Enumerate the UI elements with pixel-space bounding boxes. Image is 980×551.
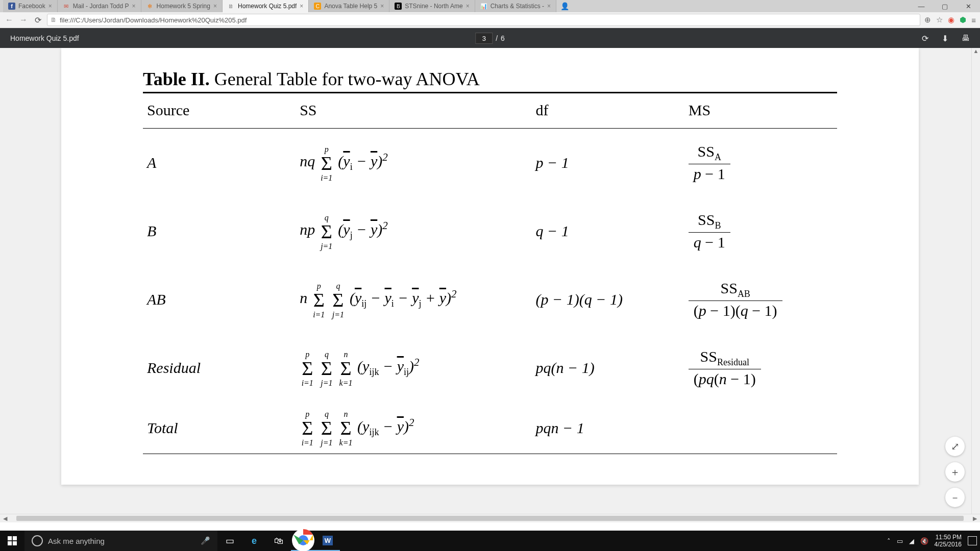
tray-volume-icon[interactable]: 🔇 (920, 537, 928, 545)
favicon-file: 🗎 (228, 3, 235, 10)
taskbar-store[interactable]: 🛍 (266, 531, 291, 551)
favicon-hw5: ✻ (146, 3, 154, 10)
table-title: Table II. General Table for two-way ANOV… (143, 68, 837, 93)
cell-ms: SSAp − 1 (684, 129, 837, 197)
close-icon[interactable]: × (48, 3, 52, 10)
chrome-menu-icon[interactable]: ≡ (971, 16, 976, 24)
chrome-icon (291, 528, 315, 551)
tab-title: Homework 5 Spring (157, 3, 210, 10)
forward-button[interactable]: → (18, 15, 29, 24)
cell-ms: SSBq − 1 (684, 197, 837, 265)
pdf-zoom-out-button[interactable]: － (945, 488, 965, 507)
favicon-chegg: C (314, 3, 321, 10)
window-maximize-button[interactable]: ▢ (933, 0, 957, 12)
tab-title: STSnine - North Ame (405, 3, 462, 10)
scroll-left-icon[interactable]: ◀ (1, 515, 9, 522)
extension-icon-1[interactable]: ◉ (948, 15, 954, 24)
start-button[interactable] (0, 531, 24, 551)
horizontal-scrollbar[interactable]: ◀ ▶ (0, 514, 980, 522)
tab-facebook[interactable]: f Facebook × (3, 0, 58, 12)
close-icon[interactable]: × (132, 3, 136, 10)
cell-ss: Σpi=1 Σqj=1 Σnk=1 (yijk − yij)2 (296, 334, 531, 402)
cell-source: B (143, 197, 296, 265)
cell-ss: n Σpi=1 Σqj=1 (yij − yi − yj + y)2 (296, 265, 531, 334)
url-text: file:///C:/Users/Jordan/Downloads/Homewo… (60, 16, 247, 24)
cell-df: q − 1 (532, 197, 684, 265)
table-row: B np Σqj=1 (yj − y)2 q − 1 SSBq − 1 (143, 197, 837, 265)
tab-title: Charts & Statistics - (491, 3, 544, 10)
pdf-page-sep: / (494, 34, 500, 42)
system-tray: ˄ ▭ ◢ 🔇 11:50 PM 4/25/2016 (887, 534, 980, 548)
clock-date: 4/25/2016 (935, 541, 962, 548)
tab-stsnine[interactable]: B STSnine - North Ame × (389, 0, 475, 12)
pdf-page: Table II. General Table for two-way ANOV… (61, 48, 919, 485)
cell-ss: Σpi=1 Σqj=1 Σnk=1 (yijk − y)2 (296, 402, 531, 454)
taskbar-edge[interactable]: e (242, 531, 266, 551)
pdf-rotate-button[interactable]: ⟳ (922, 34, 928, 43)
close-icon[interactable]: × (547, 3, 551, 10)
zoom-indicator-icon[interactable]: ⊕ (924, 15, 931, 24)
tab-anova[interactable]: C Anova Table Help 5 × (309, 0, 389, 12)
tab-title: Mail - Jordan Todd P (73, 3, 129, 10)
tab-charts[interactable]: 📊 Charts & Statistics - × (475, 0, 556, 12)
cell-ms: SSAB(p − 1)(q − 1) (684, 265, 837, 334)
table-row: AB n Σpi=1 Σqj=1 (yij − yi − yj + y)2 (p… (143, 265, 837, 334)
tray-chevron-icon[interactable]: ˄ (887, 537, 891, 545)
cortana-icon (32, 535, 43, 546)
reload-button[interactable]: ⟳ (33, 15, 43, 25)
taskbar-word[interactable]: W (315, 531, 340, 551)
search-placeholder: Ask me anything (48, 537, 105, 545)
tray-wifi-icon[interactable]: ◢ (909, 537, 914, 545)
back-button[interactable]: ← (4, 15, 14, 24)
cell-ms: SSResidual(pq(n − 1) (684, 334, 837, 402)
pdf-page-input[interactable] (475, 33, 493, 44)
vertical-scrollbar[interactable]: ▲ (971, 48, 980, 514)
svg-rect-1 (13, 536, 17, 540)
pdf-viewport[interactable]: Table II. General Table for two-way ANOV… (0, 48, 980, 522)
pdf-pager: / 6 (475, 33, 504, 44)
scroll-right-icon[interactable]: ▶ (971, 515, 979, 522)
th-df: df (532, 94, 684, 129)
th-ms: MS (684, 94, 837, 129)
browser-address-bar: ← → ⟳ 🗎 file:///C:/Users/Jordan/Download… (0, 12, 980, 28)
browser-user-button[interactable]: 👤 (556, 0, 573, 12)
bookmark-icon[interactable]: ☆ (936, 15, 943, 24)
table-row: A nq Σpi=1 (yi − y)2 p − 1 SSAp − 1 (143, 129, 837, 197)
pdf-download-button[interactable]: ⬇ (942, 34, 948, 43)
mic-icon[interactable]: 🎤 (201, 536, 210, 545)
cell-ss: np Σqj=1 (yj − y)2 (296, 197, 531, 265)
tab-title: Homework Quiz 5.pdf (238, 3, 297, 10)
tab-mail[interactable]: ✉ Mail - Jordan Todd P × (58, 0, 141, 12)
close-icon[interactable]: × (380, 3, 384, 10)
cell-df: p − 1 (532, 129, 684, 197)
window-minimize-button[interactable]: ― (910, 0, 933, 12)
pdf-total-pages: 6 (501, 34, 505, 42)
window-close-button[interactable]: ✕ (957, 0, 980, 12)
cell-source: Residual (143, 334, 296, 402)
extension-icon-2[interactable]: ⬢ (960, 15, 966, 24)
cell-source: A (143, 129, 296, 197)
pdf-print-button[interactable]: 🖶 (962, 34, 970, 43)
url-input[interactable]: 🗎 file:///C:/Users/Jordan/Downloads/Home… (47, 14, 920, 26)
cortana-search[interactable]: Ask me anything 🎤 (24, 531, 217, 551)
scrollbar-thumb[interactable] (16, 516, 964, 521)
cell-df: (p − 1)(q − 1) (532, 265, 684, 334)
favicon-mail: ✉ (63, 3, 70, 10)
taskbar-clock[interactable]: 11:50 PM 4/25/2016 (935, 534, 962, 548)
anova-table: Source SS df MS A nq Σpi=1 (yi − y)2 p −… (143, 94, 837, 454)
close-icon[interactable]: × (300, 3, 303, 10)
tray-battery-icon[interactable]: ▭ (897, 537, 903, 545)
pdf-fit-button[interactable]: ⤢ (945, 437, 965, 456)
tab-hwquiz5-active[interactable]: 🗎 Homework Quiz 5.pdf × (223, 0, 309, 12)
task-view-button[interactable]: ▭ (217, 531, 242, 551)
taskbar-chrome[interactable] (291, 531, 315, 551)
taskbar-apps: ▭ e 🛍 W (217, 531, 340, 551)
close-icon[interactable]: × (213, 3, 217, 10)
cell-df: pq(n − 1) (532, 334, 684, 402)
action-center-icon[interactable] (968, 536, 977, 545)
scroll-up-icon[interactable]: ▲ (972, 48, 980, 54)
pdf-zoom-in-button[interactable]: ＋ (945, 462, 965, 482)
file-icon: 🗎 (51, 16, 57, 23)
tab-hw5[interactable]: ✻ Homework 5 Spring × (141, 0, 223, 12)
close-icon[interactable]: × (466, 3, 470, 10)
